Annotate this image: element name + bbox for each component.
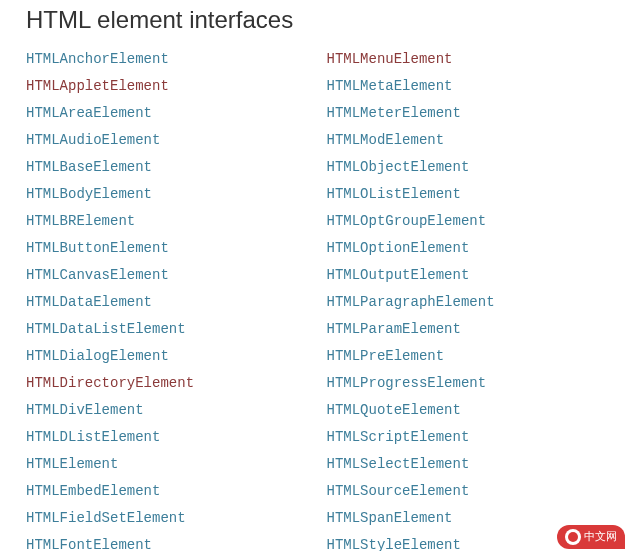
interface-link[interactable]: HTMLParagraphElement [327, 289, 628, 316]
interface-link[interactable]: HTMLFontElement [26, 532, 327, 551]
interface-link[interactable]: HTMLElement [26, 451, 327, 478]
interface-link[interactable]: HTMLBaseElement [26, 154, 327, 181]
interface-link[interactable]: HTMLDataElement [26, 289, 327, 316]
interface-link[interactable]: HTMLPreElement [327, 343, 628, 370]
interface-link[interactable]: HTMLProgressElement [327, 370, 628, 397]
interface-link[interactable]: HTMLCanvasElement [26, 262, 327, 289]
interface-link[interactable]: HTMLSelectElement [327, 451, 628, 478]
interface-link[interactable]: HTMLOptionElement [327, 235, 628, 262]
interface-link[interactable]: HTMLOListElement [327, 181, 628, 208]
badge-logo-icon [565, 529, 581, 545]
interface-link[interactable]: HTMLParamElement [327, 316, 628, 343]
column-left: HTMLAnchorElementHTMLAppletElementHTMLAr… [26, 46, 327, 551]
interface-link[interactable]: HTMLMenuElement [327, 46, 628, 73]
interface-link[interactable]: HTMLOutputElement [327, 262, 628, 289]
interface-link[interactable]: HTMLBodyElement [26, 181, 327, 208]
interface-link[interactable]: HTMLDListElement [26, 424, 327, 451]
interface-link[interactable]: HTMLBRElement [26, 208, 327, 235]
interface-link[interactable]: HTMLAnchorElement [26, 46, 327, 73]
interface-link[interactable]: HTMLMetaElement [327, 73, 628, 100]
badge-text: 中文网 [584, 530, 617, 542]
section-heading: HTML element interfaces [0, 0, 627, 46]
interface-link[interactable]: HTMLObjectElement [327, 154, 628, 181]
element-list: HTMLAnchorElementHTMLAppletElementHTMLAr… [0, 46, 627, 551]
column-right: HTMLMenuElementHTMLMetaElementHTMLMeterE… [327, 46, 628, 551]
interface-link[interactable]: HTMLSourceElement [327, 478, 628, 505]
interface-link[interactable]: HTMLOptGroupElement [327, 208, 628, 235]
interface-link[interactable]: HTMLAudioElement [26, 127, 327, 154]
interface-link[interactable]: HTMLAreaElement [26, 100, 327, 127]
interface-link[interactable]: HTMLEmbedElement [26, 478, 327, 505]
interface-link[interactable]: HTMLDataListElement [26, 316, 327, 343]
interface-link[interactable]: HTMLModElement [327, 127, 628, 154]
interface-link[interactable]: HTMLMeterElement [327, 100, 628, 127]
interface-link[interactable]: HTMLScriptElement [327, 424, 628, 451]
site-badge[interactable]: 中文网 [557, 525, 625, 549]
interface-link[interactable]: HTMLDirectoryElement [26, 370, 327, 397]
interface-link[interactable]: HTMLDivElement [26, 397, 327, 424]
interface-link[interactable]: HTMLAppletElement [26, 73, 327, 100]
interface-link[interactable]: HTMLFieldSetElement [26, 505, 327, 532]
interface-link[interactable]: HTMLButtonElement [26, 235, 327, 262]
interface-link[interactable]: HTMLQuoteElement [327, 397, 628, 424]
interface-link[interactable]: HTMLDialogElement [26, 343, 327, 370]
